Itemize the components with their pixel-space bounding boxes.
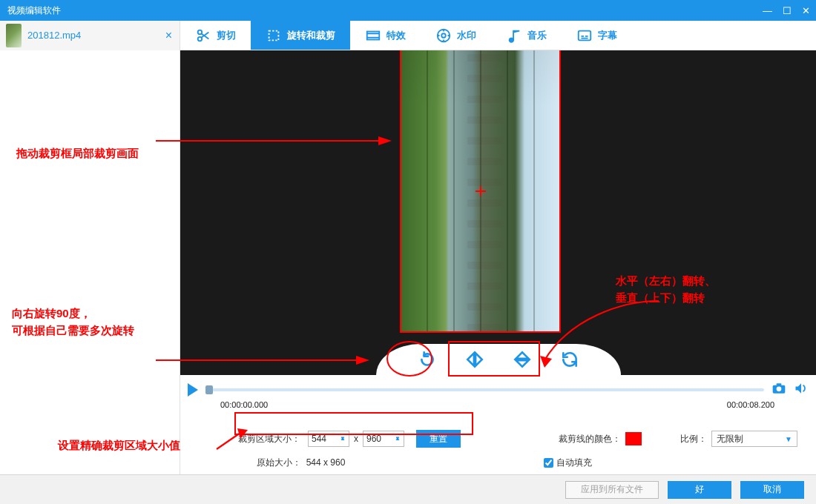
player-time-end: 00:00:08.200: [718, 400, 774, 409]
titlebar: 视频编辑软件 — ☐ ✕: [0, 0, 816, 21]
crop-width-input[interactable]: 544 ▲▼: [308, 431, 349, 447]
ok-button[interactable]: 好: [668, 481, 731, 499]
tool-label: 音乐: [527, 29, 547, 42]
crop-width-value: 544: [312, 434, 326, 444]
apply-all-button[interactable]: 应用到所有文件: [565, 481, 659, 499]
player-time-start: 00:00:00.000: [220, 400, 277, 409]
orig-size-row: 原始大小： 544 x 960 自动填充: [238, 457, 801, 469]
tool-label: 旋转和裁剪: [287, 29, 335, 42]
orig-size-value: 544 x 960: [306, 457, 346, 468]
tool-label: 水印: [457, 29, 476, 42]
tool-label: 特效: [386, 29, 406, 42]
tab-subtitle[interactable]: 字幕: [562, 21, 632, 50]
chevron-down-icon: ▼: [785, 435, 792, 443]
subtitle-icon: [576, 27, 593, 44]
tab-rotate-crop[interactable]: 旋转和裁剪: [251, 21, 350, 50]
crop-settings: 裁剪区域大小： 544 ▲▼ x 960 ▲▼ 重置 裁剪线的颜色：: [180, 409, 816, 474]
crop-rotate-icon: [266, 27, 282, 44]
ratio-value: 无限制: [717, 433, 743, 445]
svg-rect-3: [367, 31, 380, 39]
svg-line-15: [217, 433, 240, 449]
svg-marker-16: [237, 428, 248, 439]
reset-crop-button[interactable]: 重置: [416, 430, 461, 448]
line-color-swatch[interactable]: [625, 432, 642, 445]
x-separator: x: [354, 434, 358, 444]
close-button[interactable]: ✕: [802, 5, 810, 16]
autofill-text: 自动填充: [556, 457, 592, 469]
minimize-button[interactable]: —: [763, 5, 772, 16]
ratio-label: 比例：: [680, 433, 707, 445]
file-tab-close-icon[interactable]: ×: [165, 29, 172, 42]
crop-height-input[interactable]: 960 ▲▼: [363, 431, 404, 447]
crop-center-marker: [476, 186, 486, 196]
watermark-icon: [435, 27, 452, 44]
line-color-label: 裁剪线的颜色：: [559, 433, 621, 445]
tab-cut[interactable]: 剪切: [180, 21, 251, 50]
tool-tabs: 剪切 旋转和裁剪 特效 水印: [180, 21, 632, 50]
seek-track[interactable]: [205, 388, 764, 391]
autofill-checkbox[interactable]: [544, 458, 553, 468]
file-tab[interactable]: 201812.mp4 ×: [0, 21, 180, 50]
music-icon: [506, 27, 522, 44]
tab-watermark[interactable]: 水印: [421, 21, 491, 50]
seek-knob[interactable]: [205, 385, 213, 394]
crop-size-row: 裁剪区域大小： 544 ▲▼ x 960 ▲▼ 重置 裁剪线的颜色：: [238, 430, 801, 448]
player-bar: [180, 378, 816, 402]
autofill-checkbox-label[interactable]: 自动填充: [544, 457, 592, 469]
svg-marker-14: [540, 356, 552, 368]
window-controls: — ☐ ✕: [763, 5, 810, 16]
main: 00:00:00.000 00:00:08.200 裁剪区域大小： 544 ▲▼…: [0, 50, 816, 474]
scissors-icon: [195, 27, 211, 44]
flip-vertical-button[interactable]: [509, 346, 536, 373]
crop-height-value: 960: [366, 434, 381, 444]
svg-rect-9: [777, 383, 782, 385]
ratio-select[interactable]: 无限制 ▼: [711, 431, 797, 447]
app-root: 视频编辑软件 — ☐ ✕ 201812.mp4 × 剪切: [0, 0, 816, 504]
svg-point-8: [777, 387, 782, 392]
svg-rect-2: [269, 30, 279, 40]
tab-music[interactable]: 音乐: [491, 21, 562, 50]
file-name: 201812.mp4: [27, 30, 81, 41]
play-button[interactable]: [188, 383, 198, 397]
toolbar: 201812.mp4 × 剪切 旋转和裁剪 特效: [0, 21, 816, 50]
tool-label: 剪切: [217, 29, 236, 42]
rotate-right-button[interactable]: [414, 346, 441, 373]
svg-marker-11: [378, 136, 392, 145]
orig-size-label: 原始大小：: [257, 457, 301, 468]
volume-button[interactable]: [794, 382, 809, 398]
cancel-button[interactable]: 取消: [740, 481, 804, 499]
maximize-button[interactable]: ☐: [783, 5, 792, 16]
flip-horizontal-button[interactable]: [461, 346, 488, 373]
effects-icon: [365, 27, 381, 44]
footer: 应用到所有文件 好 取消: [0, 474, 816, 504]
stage-wrap: 00:00:00.000 00:00:08.200 裁剪区域大小： 544 ▲▼…: [180, 50, 816, 474]
snapshot-button[interactable]: [771, 382, 786, 398]
tool-label: 字幕: [598, 29, 617, 42]
video-stage: [180, 50, 816, 375]
sidebar: [0, 50, 180, 474]
anno-arrow-icon: [215, 428, 249, 452]
tab-effects[interactable]: 特效: [350, 21, 421, 50]
window-title: 视频编辑软件: [7, 4, 61, 17]
file-thumbnail: [6, 24, 22, 47]
anno-arrow-icon: [156, 353, 371, 368]
svg-point-5: [441, 33, 446, 38]
svg-marker-13: [356, 356, 369, 365]
crop-frame[interactable]: [401, 50, 559, 331]
anno-arrow-icon: [540, 296, 666, 368]
anno-arrow-icon: [156, 133, 393, 148]
